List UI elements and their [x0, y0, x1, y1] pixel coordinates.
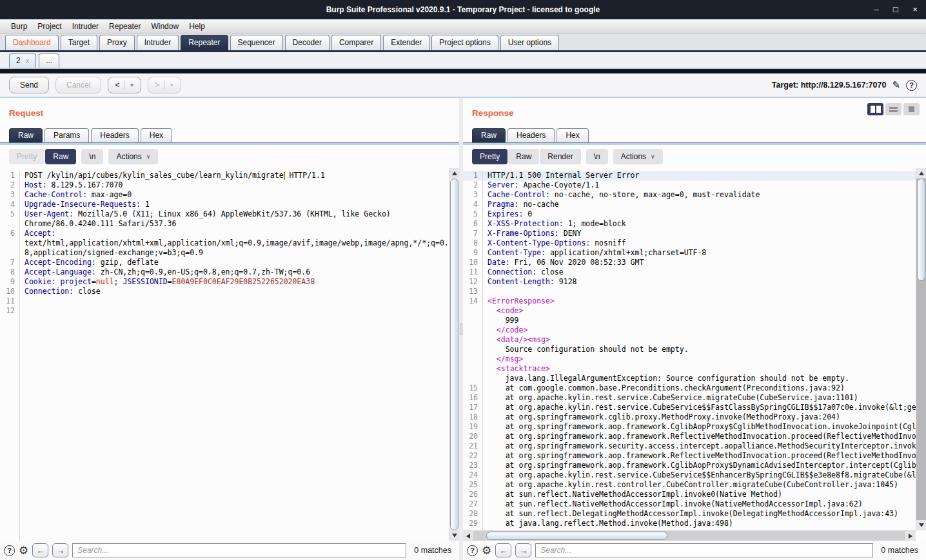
- repeater-tab-2[interactable]: 2 x: [9, 53, 36, 68]
- scroll-down-button[interactable]: [449, 530, 459, 541]
- repeater-tab-new[interactable]: ...: [39, 53, 59, 68]
- code-line: text/html,application/xhtml+xml,applicat…: [0, 238, 449, 248]
- find-next-button[interactable]: →: [515, 543, 531, 557]
- request-tab-headers[interactable]: Headers: [91, 128, 138, 142]
- line-text: at org.apache.kylin.rest.service.CubeSer…: [482, 403, 916, 412]
- response-search-input[interactable]: [535, 543, 873, 557]
- find-previous-button[interactable]: ←: [495, 543, 511, 557]
- request-raw-button[interactable]: Raw: [45, 149, 76, 164]
- layout-columns-button[interactable]: [867, 103, 883, 115]
- request-tab-raw[interactable]: Raw: [9, 128, 43, 142]
- help-icon[interactable]: ?: [4, 545, 15, 556]
- tab-repeater[interactable]: Repeater: [181, 35, 228, 50]
- menu-repeater[interactable]: Repeater: [104, 21, 145, 32]
- scroll-up-button[interactable]: [916, 168, 926, 179]
- response-tab-raw[interactable]: Raw: [472, 128, 506, 142]
- response-editor[interactable]: 1HTTP/1.1 500 Internal Server Error2Serv…: [463, 168, 926, 530]
- minimize-button[interactable]: –: [872, 0, 881, 19]
- response-tab-hex[interactable]: Hex: [557, 128, 588, 142]
- response-render-button[interactable]: Render: [540, 149, 580, 164]
- line-number: 17: [463, 403, 482, 412]
- line-number: 4: [463, 200, 482, 209]
- gear-icon[interactable]: ⚙: [482, 545, 491, 556]
- find-next-button[interactable]: →: [52, 543, 68, 557]
- close-button[interactable]: ×: [911, 0, 920, 19]
- tab-user-options[interactable]: User options: [500, 35, 559, 50]
- tab-project-options[interactable]: Project options: [431, 35, 498, 50]
- chevron-down-icon[interactable]: ▼: [129, 82, 134, 88]
- tab-proxy[interactable]: Proxy: [99, 35, 135, 50]
- tab-extender[interactable]: Extender: [383, 35, 429, 50]
- cancel-button[interactable]: Cancel: [55, 77, 101, 93]
- scroll-thumb[interactable]: [450, 179, 458, 530]
- help-icon[interactable]: ?: [467, 545, 478, 556]
- request-vertical-scrollbar[interactable]: [449, 168, 459, 541]
- request-tab-hex[interactable]: Hex: [141, 128, 172, 142]
- response-code[interactable]: 1HTTP/1.1 500 Internal Server Error2Serv…: [463, 171, 916, 530]
- find-previous-button[interactable]: ←: [32, 543, 48, 557]
- request-pretty-raw-segment: Pretty Raw: [9, 149, 76, 164]
- history-forward-button[interactable]: > ▼: [148, 77, 181, 93]
- menu-burp[interactable]: Burp: [6, 21, 32, 32]
- scroll-thumb[interactable]: [917, 179, 925, 281]
- scroll-track[interactable]: [449, 179, 459, 530]
- code-line: <code>: [463, 306, 916, 316]
- menu-intruder[interactable]: Intruder: [68, 21, 103, 32]
- history-back-button[interactable]: < ▼: [108, 77, 141, 93]
- tab-dashboard[interactable]: Dashboard: [5, 35, 59, 50]
- maximize-button[interactable]: □: [891, 0, 900, 19]
- code-line: 14<ErrorResponse>: [463, 296, 916, 306]
- line-number: 10: [463, 258, 482, 267]
- response-actions-button[interactable]: Actions ∨: [613, 149, 663, 164]
- gear-icon[interactable]: ⚙: [19, 545, 28, 556]
- scroll-left-button[interactable]: [463, 531, 473, 541]
- response-header: Response: [463, 98, 926, 126]
- tab-sequencer[interactable]: Sequencer: [230, 35, 283, 50]
- tab-decoder[interactable]: Decoder: [285, 35, 330, 50]
- line-number: 1: [0, 171, 19, 180]
- code-line: 7Accept-Encoding: gzip, deflate: [0, 258, 449, 267]
- response-newline-button[interactable]: \n: [586, 149, 608, 164]
- edit-target-icon[interactable]: ✎: [892, 79, 900, 91]
- line-text: at sun.reflect.NativeMethodAccessorImpl.…: [482, 490, 916, 499]
- tab-comparer[interactable]: Comparer: [331, 35, 381, 50]
- layout-rows-button[interactable]: [885, 103, 901, 115]
- menu-help[interactable]: Help: [184, 21, 210, 32]
- tab-target[interactable]: Target: [61, 35, 97, 50]
- request-editor[interactable]: 1POST /kylin/api/cubes/kylin_sales_cube/…: [0, 168, 459, 541]
- request-code[interactable]: 1POST /kylin/api/cubes/kylin_sales_cube/…: [0, 171, 449, 541]
- menu-window[interactable]: Window: [146, 21, 183, 32]
- menu-project[interactable]: Project: [33, 21, 66, 32]
- line-text: X-Frame-Options: DENY: [482, 229, 916, 238]
- splitter-grip-icon[interactable]: [460, 323, 462, 335]
- tab-intruder[interactable]: Intruder: [137, 35, 179, 50]
- response-tab-headers[interactable]: Headers: [507, 128, 555, 142]
- chevron-down-icon[interactable]: ▼: [169, 82, 174, 88]
- response-vertical-scrollbar[interactable]: [916, 168, 926, 530]
- scroll-down-button[interactable]: [916, 520, 926, 530]
- request-tab-params[interactable]: Params: [44, 128, 89, 142]
- scroll-up-button[interactable]: [449, 168, 459, 179]
- triangle-up-icon: [919, 171, 924, 175]
- request-search-input[interactable]: [72, 543, 406, 557]
- line-number: 2: [463, 180, 482, 190]
- scroll-thumb[interactable]: [486, 532, 667, 540]
- help-icon[interactable]: ?: [906, 80, 917, 91]
- scroll-track[interactable]: [473, 531, 905, 541]
- response-horizontal-scrollbar[interactable]: [463, 530, 916, 541]
- request-newline-button[interactable]: \n: [81, 149, 103, 164]
- response-pretty-button[interactable]: Pretty: [472, 149, 507, 164]
- request-pretty-button[interactable]: Pretty: [9, 149, 44, 164]
- close-tab-icon[interactable]: x: [26, 57, 30, 64]
- send-button[interactable]: Send: [9, 77, 49, 93]
- scroll-right-button[interactable]: [905, 531, 916, 541]
- request-actions-button[interactable]: Actions ∨: [108, 149, 158, 164]
- line-text: Host: 8.129.5.167:7070: [19, 180, 449, 190]
- layout-toggle-group: [867, 103, 920, 115]
- triangle-left-icon: [466, 534, 470, 539]
- line-text: Cache-Control: no-cache, no-store, max-a…: [482, 190, 916, 200]
- line-number: 16: [463, 393, 482, 403]
- scroll-track[interactable]: [916, 179, 926, 520]
- layout-single-button[interactable]: [903, 103, 920, 115]
- response-raw-button[interactable]: Raw: [508, 149, 539, 164]
